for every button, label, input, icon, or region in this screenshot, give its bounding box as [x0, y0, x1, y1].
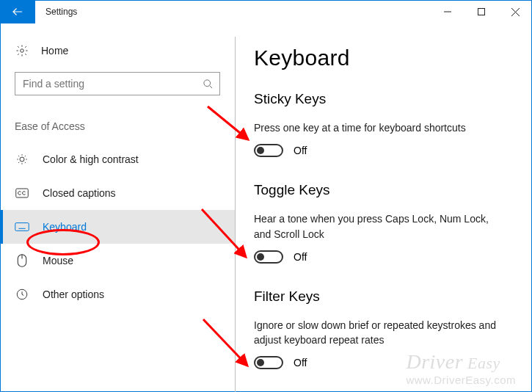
home-label: Home	[41, 45, 68, 57]
options-icon	[15, 288, 29, 301]
minimize-button[interactable]	[431, 0, 464, 23]
minimize-icon	[444, 8, 451, 15]
search-input[interactable]	[21, 77, 203, 90]
section-filter-keys: Filter Keys Ignore or slow down brief or…	[254, 288, 511, 370]
close-button[interactable]	[498, 0, 532, 23]
sidebar-item-label: Color & high contrast	[43, 153, 139, 165]
window-title: Settings	[35, 0, 77, 23]
search-box[interactable]	[15, 72, 220, 95]
toggle-state: Off	[294, 251, 307, 263]
sidebar-item-closed-captions[interactable]: Closed captions	[0, 176, 235, 210]
sidebar: Home Ease of Access Color & high contras…	[0, 23, 235, 392]
divider	[235, 37, 236, 392]
title-bar: Settings	[0, 0, 532, 23]
section-desc: Press one key at a time for keyboard sho…	[254, 120, 503, 135]
sidebar-item-other[interactable]: Other options	[0, 277, 235, 311]
brightness-icon	[15, 153, 29, 166]
maximize-icon	[478, 8, 485, 15]
arrow-left-icon	[11, 5, 24, 18]
section-toggle-keys: Toggle Keys Hear a tone when you press C…	[254, 182, 511, 264]
toggle-keys-toggle[interactable]: Off	[254, 250, 511, 264]
sidebar-item-color-contrast[interactable]: Color & high contrast	[0, 142, 235, 176]
svg-rect-0	[478, 9, 485, 15]
section-desc: Ignore or slow down brief or repeated ke…	[254, 318, 503, 348]
close-icon	[511, 8, 520, 16]
section-title: Filter Keys	[254, 288, 511, 305]
sidebar-item-label: Keyboard	[43, 221, 87, 233]
search-icon	[203, 79, 214, 90]
filter-keys-toggle[interactable]: Off	[254, 356, 511, 369]
maximize-button[interactable]	[464, 0, 498, 23]
toggle-switch-icon	[254, 144, 283, 157]
mouse-icon	[15, 254, 29, 267]
back-button[interactable]	[0, 0, 35, 23]
gear-icon	[15, 44, 29, 57]
svg-point-3	[20, 157, 24, 161]
captions-icon	[15, 188, 29, 198]
section-desc: Hear a tone when you press Caps Lock, Nu…	[254, 211, 503, 242]
toggle-switch-icon	[254, 356, 283, 369]
toggle-state: Off	[294, 357, 307, 369]
section-title: Sticky Keys	[254, 91, 511, 107]
toggle-state: Off	[294, 145, 307, 156]
sidebar-item-label: Closed captions	[43, 187, 116, 199]
svg-point-2	[204, 79, 211, 86]
category-label: Ease of Access	[15, 120, 235, 132]
sidebar-item-label: Other options	[43, 288, 104, 300]
svg-point-1	[21, 49, 24, 53]
section-title: Toggle Keys	[254, 182, 511, 198]
sidebar-item-label: Mouse	[43, 255, 73, 266]
sidebar-item-mouse[interactable]: Mouse	[0, 244, 235, 277]
sidebar-item-keyboard[interactable]: Keyboard	[0, 210, 235, 244]
toggle-switch-icon	[254, 250, 283, 264]
sticky-keys-toggle[interactable]: Off	[254, 144, 511, 157]
keyboard-icon	[15, 222, 29, 232]
home-link[interactable]: Home	[0, 44, 235, 57]
main-panel: Keyboard Sticky Keys Press one key at a …	[235, 23, 532, 392]
section-sticky-keys: Sticky Keys Press one key at a time for …	[254, 91, 511, 157]
page-title: Keyboard	[254, 46, 511, 70]
